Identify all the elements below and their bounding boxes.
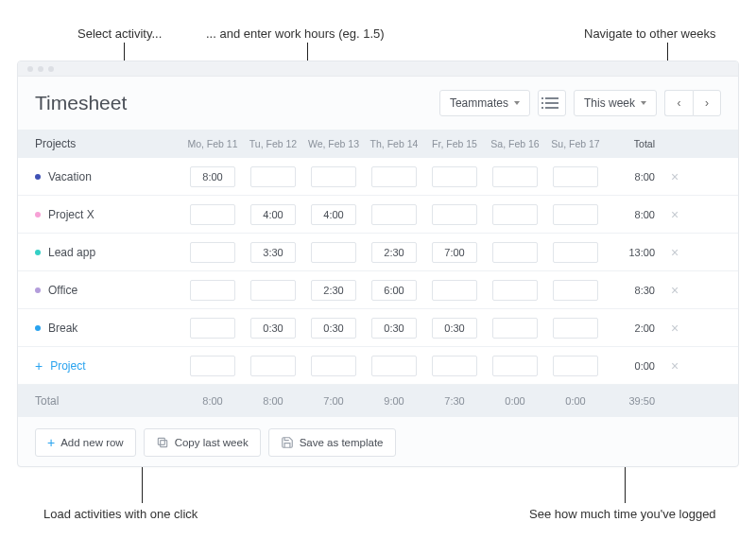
hours-input[interactable] [311,318,356,339]
teammates-dropdown[interactable]: Teammates [439,90,530,116]
hours-input[interactable] [371,356,417,376]
hours-input[interactable] [553,318,598,339]
action-bar: + Add new row Copy last week Save as tem… [18,417,738,467]
hours-input[interactable] [190,204,235,225]
hours-input[interactable] [250,242,296,263]
footer-total-day: 9:00 [364,395,424,407]
save-template-button[interactable]: Save as template [268,428,396,457]
hours-input[interactable] [311,280,356,301]
footer-grand-total: 39:50 [606,395,661,407]
week-nav: ‹ › [664,90,721,116]
table-row: Vacation8:00× [18,158,738,196]
hours-input[interactable] [371,204,417,225]
delete-row-button[interactable]: × [661,245,689,260]
row-total: 8:00 [606,171,661,183]
annotation-enter-hours: ... and enter work hours (eg. 1.5) [206,26,385,41]
hours-input[interactable] [190,318,235,339]
chevron-down-icon [514,101,520,105]
week-dropdown[interactable]: This week [574,90,657,116]
window-titlebar [18,61,738,77]
footer-total-day: 8:00 [243,395,303,407]
hours-input[interactable] [190,242,235,263]
annotation-see-time: See how much time you've logged [529,507,716,521]
list-view-button[interactable] [538,90,566,116]
list-icon [545,97,558,109]
table-row: Project X8:00× [18,196,738,234]
project-name-cell[interactable]: Project X [31,208,182,221]
hours-input[interactable] [311,166,356,187]
svg-rect-1 [158,438,164,444]
hours-input[interactable] [553,204,598,225]
hours-input[interactable] [432,166,477,187]
page-title: Timesheet [35,92,439,114]
hours-input[interactable] [371,242,417,263]
chevron-right-icon: › [705,96,709,110]
hours-input[interactable] [432,356,477,376]
hours-input[interactable] [492,204,538,225]
delete-row-button[interactable]: × [661,321,689,336]
col-day: Th, Feb 14 [364,138,424,149]
project-name: Project [50,359,85,373]
next-week-button[interactable]: › [693,90,721,116]
hours-input[interactable] [432,280,477,301]
project-name-cell[interactable]: Lead app [31,246,182,259]
table-footer: Total 8:00 8:00 7:00 9:00 7:30 0:00 0:00… [18,385,738,417]
hours-input[interactable] [492,356,538,376]
footer-total-day: 8:00 [182,395,243,407]
project-color-dot [35,212,41,217]
plus-icon: + [47,436,55,449]
hours-input[interactable] [250,356,296,376]
hours-input[interactable] [492,280,538,301]
hours-input[interactable] [371,166,417,187]
hours-input[interactable] [250,280,296,301]
copy-last-week-button[interactable]: Copy last week [144,428,261,457]
row-total: 8:30 [606,285,661,296]
project-name: Project X [48,208,94,221]
chevron-down-icon [641,101,646,105]
project-name-cell[interactable]: Break [31,322,182,335]
save-template-label: Save as template [300,437,384,448]
save-icon [281,436,294,449]
delete-row-button[interactable]: × [661,207,689,222]
project-name: Break [48,322,77,335]
timesheet-window: Timesheet Teammates This week ‹ › Projec… [17,61,739,467]
week-label: This week [584,96,635,110]
row-total: 13:00 [606,247,661,258]
project-color-dot [35,174,41,180]
hours-input[interactable] [311,356,356,376]
hours-input[interactable] [432,318,477,339]
add-project-cell[interactable]: +Project [31,359,182,373]
hours-input[interactable] [371,280,417,301]
hours-input[interactable] [553,166,598,187]
delete-row-button[interactable]: × [661,169,689,184]
project-name-cell[interactable]: Office [31,284,182,297]
project-name: Vacation [48,170,92,183]
hours-input[interactable] [190,356,235,376]
hours-input[interactable] [250,204,296,225]
row-total: 2:00 [606,322,661,334]
hours-input[interactable] [371,318,417,339]
add-new-row-button[interactable]: + Add new row [35,428,136,457]
hours-input[interactable] [492,166,538,187]
hours-input[interactable] [492,318,538,339]
delete-row-button[interactable]: × [661,283,689,298]
hours-input[interactable] [553,356,598,376]
copy-icon [156,436,169,449]
hours-input[interactable] [553,280,598,301]
prev-week-button[interactable]: ‹ [664,90,693,116]
hours-input[interactable] [553,242,598,263]
hours-input[interactable] [190,166,235,187]
hours-input[interactable] [250,166,296,187]
hours-input[interactable] [311,242,356,263]
hours-input[interactable] [190,280,235,301]
delete-row-button[interactable]: × [661,358,689,374]
hours-input[interactable] [432,242,477,263]
project-name-cell[interactable]: Vacation [31,170,182,183]
teammates-label: Teammates [450,96,508,110]
hours-input[interactable] [432,204,477,225]
table-row: Lead app13:00× [18,234,738,271]
hours-input[interactable] [311,204,356,225]
col-projects: Projects [31,137,182,150]
hours-input[interactable] [250,318,296,339]
hours-input[interactable] [492,242,538,263]
